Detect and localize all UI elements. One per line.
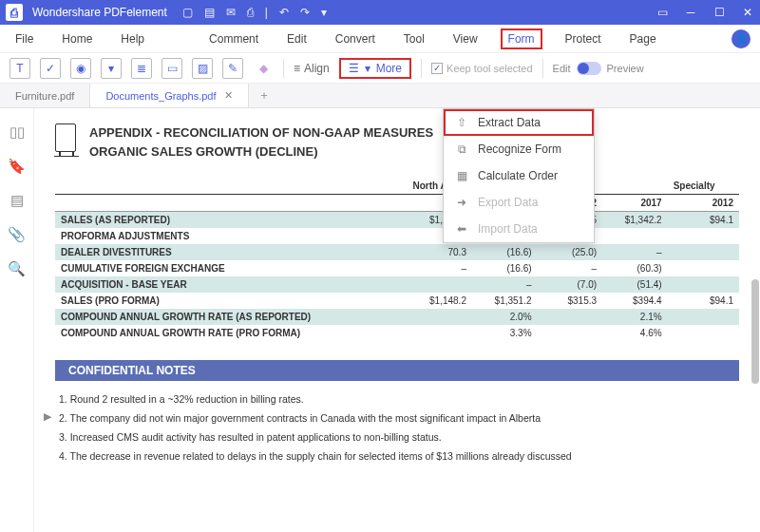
notes-list: 1. Round 2 resulted in a ~32% reduction … [55,390,739,466]
edit-label: Edit [553,63,571,74]
menu-edit[interactable]: Edit [281,28,313,49]
mail-icon[interactable]: ✉ [226,6,236,19]
app-name: Wondershare PDFelement [32,6,167,19]
main-area: ▯▯ 🔖 ▤ 📎 🔍 ⇧Extract Data ⧉Recognize Form… [0,108,760,532]
heading-line-1: APPENDIX - RECONCILIATION OF NON-GAAP ME… [89,125,433,140]
heading-line-2: ORGANIC SALES GROWTH (DECLINE) [89,144,318,159]
form-toolbar: T ✓ ◉ ▾ ≣ ▭ ▨ ✎ ◆ ≡Align ☰▾More ✓Keep to… [0,53,760,84]
export-icon: ➜ [455,196,468,209]
menu-convert[interactable]: Convert [330,28,381,49]
maximize-icon[interactable]: ☐ [712,6,726,19]
open-icon[interactable]: ▢ [182,6,193,19]
compact-icon[interactable]: ▭ [656,6,669,19]
align-button[interactable]: ≡Align [294,62,330,75]
user-avatar-icon[interactable]: 👤 [732,29,750,48]
menu-comment[interactable]: Comment [203,28,264,49]
more-button[interactable]: ☰▾More [339,58,411,79]
document-tabs: Furniture.pdf Documents_Graphs.pdf✕ ＋ [0,84,760,108]
page-title: APPENDIX - RECONCILIATION OF NON-GAAP ME… [89,124,433,161]
dropdown-calculate-order[interactable]: ▦Calculate Order [444,162,594,189]
edit-preview-toggle[interactable]: Edit Preview [553,62,644,75]
keep-tool-label: Keep tool selected [446,63,533,74]
quick-access-toolbar: ▢ ▤ ✉ ⎙ | ↶ ↷ ▾ [182,6,646,19]
more-dropdown: ⇧Extract Data ⧉Recognize Form ▦Calculate… [443,108,595,243]
tab-label: Furniture.pdf [15,90,74,102]
menu-file[interactable]: File [10,28,39,49]
checkbox-icon: ✓ [431,63,443,74]
search-icon[interactable]: 🔍 [8,260,26,277]
import-icon: ⬅ [455,222,468,236]
dropdown-recognize-form[interactable]: ⧉Recognize Form [444,136,594,162]
chair-icon [55,124,76,152]
align-icon: ≡ [294,62,300,75]
vertical-scrollbar[interactable] [750,108,760,532]
calculate-icon: ▦ [455,169,468,182]
save-icon[interactable]: ▤ [204,6,215,19]
menu-help[interactable]: Help [115,28,150,49]
dropdown-import-data[interactable]: ⬅Import Data [444,216,594,242]
toolbar-divider [283,59,284,78]
tab-documents-graphs[interactable]: Documents_Graphs.pdf✕ [90,84,248,107]
text-field-tool-icon[interactable]: T [10,58,30,79]
comments-icon[interactable]: ▤ [10,192,24,209]
menu-form[interactable]: Form [501,28,542,49]
new-tab-button[interactable]: ＋ [249,84,279,107]
menu-view[interactable]: View [447,28,484,49]
document-heading: APPENDIX - RECONCILIATION OF NON-GAAP ME… [55,124,739,161]
titlebar: ⎙ Wondershare PDFelement ▢ ▤ ✉ ⎙ | ↶ ↷ ▾… [0,0,760,25]
customize-icon[interactable]: ▾ [321,6,327,19]
extract-icon: ⇧ [455,116,468,129]
tab-label: Documents_Graphs.pdf [105,90,216,102]
menu-tool[interactable]: Tool [398,28,430,49]
eraser-tool-icon[interactable]: ◆ [253,58,274,79]
attachments-icon[interactable]: 📎 [8,226,26,243]
dropdown-label: Extract Data [478,116,541,129]
combo-tool-icon[interactable]: ▾ [101,58,122,79]
dropdown-label: Recognize Form [478,142,561,156]
more-label: More [376,62,402,75]
menu-page[interactable]: Page [624,28,662,49]
preview-label: Preview [607,63,644,74]
print-icon[interactable]: ⎙ [247,6,254,19]
app-logo-icon: ⎙ [6,4,23,21]
financial-table: North AmericaELASpecialty201220172012201… [55,178,739,341]
toolbar-divider-3 [542,59,543,78]
radio-tool-icon[interactable]: ◉ [70,58,91,79]
more-icon: ☰ [349,62,359,75]
document-view[interactable]: ⇧Extract Data ⧉Recognize Form ▦Calculate… [34,108,760,532]
image-tool-icon[interactable]: ▨ [192,58,213,79]
bookmark-icon[interactable]: 🔖 [8,158,26,175]
scrollbar-thumb[interactable] [751,279,759,384]
window-controls: ▭ ─ ☐ ✕ [656,6,754,19]
qat-divider: | [265,6,268,19]
align-label: Align [304,62,330,75]
checkbox-tool-icon[interactable]: ✓ [40,58,61,79]
tab-furniture[interactable]: Furniture.pdf [0,84,90,107]
close-icon[interactable]: ✕ [741,6,754,19]
plus-icon: ＋ [258,87,270,104]
menubar: File Home Help Comment Edit Convert Tool… [0,25,760,53]
left-sidebar: ▯▯ 🔖 ▤ 📎 🔍 [0,108,34,532]
toggle-icon [577,62,601,75]
minimize-icon[interactable]: ─ [684,6,697,19]
thumbnails-icon[interactable]: ▯▯ [10,124,25,141]
keep-tool-checkbox[interactable]: ✓Keep tool selected [431,63,533,74]
toolbar-divider-2 [421,59,422,78]
undo-icon[interactable]: ↶ [279,6,289,19]
section-marker-icon: ▶ [44,410,51,423]
menu-home[interactable]: Home [56,28,98,49]
menu-protect[interactable]: Protect [560,28,607,49]
list-tool-icon[interactable]: ≣ [131,58,152,79]
recognize-icon: ⧉ [455,142,468,156]
dropdown-extract-data[interactable]: ⇧Extract Data [444,109,594,136]
redo-icon[interactable]: ↷ [300,6,310,19]
dropdown-label: Calculate Order [478,169,558,182]
close-tab-icon[interactable]: ✕ [224,89,233,102]
dropdown-label: Export Data [478,196,538,209]
notes-heading: CONFIDENTIAL NOTES [55,360,739,381]
dropdown-export-data[interactable]: ➜Export Data [444,189,594,216]
signature-tool-icon[interactable]: ✎ [222,58,243,79]
button-tool-icon[interactable]: ▭ [162,58,182,79]
chevron-down-icon: ▾ [365,62,370,75]
dropdown-label: Import Data [478,222,538,236]
